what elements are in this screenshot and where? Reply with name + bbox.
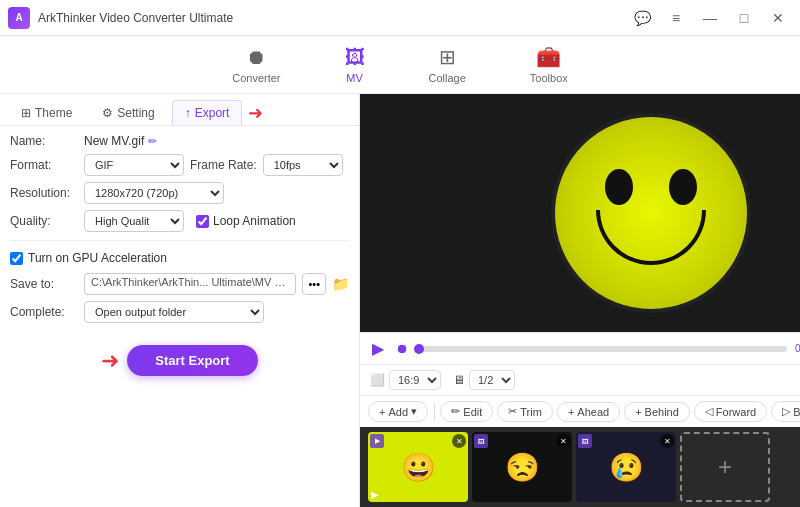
filmstrip-add-button[interactable]: + — [680, 432, 770, 502]
export-form: Name: New MV.gif ✏ Format: GIF MP4 MOV F… — [0, 126, 359, 331]
collage-icon: ⊞ — [439, 45, 456, 69]
save-to-label: Save to: — [10, 277, 78, 291]
filmstrip-item-3[interactable]: 😢 🖼 ✕ — [576, 432, 676, 502]
zoom-select[interactable]: 1/2 1/1 1/4 — [469, 370, 515, 390]
smiley-preview — [551, 113, 751, 313]
gpu-label: Turn on GPU Acceleration — [28, 251, 167, 265]
filmstrip-item-2[interactable]: 😒 🖼 ✕ — [472, 432, 572, 502]
name-value-group: New MV.gif ✏ — [84, 134, 157, 148]
backward-icon: ▷ — [782, 405, 790, 418]
close-button[interactable]: ✕ — [764, 7, 792, 29]
name-row: Name: New MV.gif ✏ — [10, 134, 349, 148]
smiley-left-eye — [605, 169, 633, 205]
behind-icon: + — [635, 406, 641, 418]
top-nav: ⏺ Converter 🖼 MV ⊞ Collage 🧰 Toolbox — [0, 36, 800, 94]
start-export-area: ➜ Start Export — [0, 331, 359, 384]
bottom-toolbar: + Add ▾ ✏ Edit ✂ Trim + Ahead + Behind — [360, 395, 800, 427]
name-value: New MV.gif — [84, 134, 144, 148]
video-controls: ▶ ⏺ 00:00:00.00/00:00:15.00 🔊 — [360, 332, 800, 364]
right-panel: ▶ ⏺ 00:00:00.00/00:00:15.00 🔊 ⬜ 16:9 4:3… — [360, 94, 800, 507]
export-icon: ↑ — [185, 106, 191, 120]
thumb2-close-icon[interactable]: ✕ — [556, 434, 570, 448]
chat-button[interactable]: 💬 — [628, 7, 656, 29]
arrow-indicator: ➜ — [248, 102, 263, 124]
divider — [10, 240, 349, 241]
ahead-icon: + — [568, 406, 574, 418]
trim-button[interactable]: ✂ Trim — [497, 401, 553, 422]
tab-theme-label: Theme — [35, 106, 72, 120]
edit-button[interactable]: ✏ Edit — [440, 401, 493, 422]
left-panel: ⊞ Theme ⚙ Setting ↑ Export ➜ Name: New M… — [0, 94, 360, 507]
browse-path-button[interactable]: ••• — [302, 273, 326, 295]
app-logo: A — [8, 7, 30, 29]
nav-mv[interactable]: 🖼 MV — [333, 42, 377, 88]
tab-export[interactable]: ↑ Export — [172, 100, 243, 125]
quality-label: Quality: — [10, 214, 78, 228]
trim-label: Trim — [520, 406, 542, 418]
add-icon: + — [379, 406, 385, 418]
thumb1-play-indicator: ▶ — [371, 489, 379, 500]
arrow-left-icon: ➜ — [101, 348, 119, 374]
format-label: Format: — [10, 158, 78, 172]
start-export-left-button[interactable]: Start Export — [127, 345, 257, 376]
progress-bar[interactable] — [419, 346, 787, 352]
add-filmstrip-icon: + — [718, 453, 732, 481]
backward-button[interactable]: ▷ Backward — [771, 401, 800, 422]
ahead-button[interactable]: + Ahead — [557, 402, 620, 422]
maximize-button[interactable]: □ — [730, 7, 758, 29]
nav-converter-label: Converter — [232, 72, 280, 84]
nav-collage[interactable]: ⊞ Collage — [417, 41, 478, 88]
thumb3-close-icon[interactable]: ✕ — [660, 434, 674, 448]
edit-icon: ✏ — [451, 405, 460, 418]
forward-label: Forward — [716, 406, 756, 418]
nav-mv-label: MV — [346, 72, 363, 84]
trim-icon: ✂ — [508, 405, 517, 418]
forward-icon: ◁ — [705, 405, 713, 418]
window-controls: 💬 ≡ — □ ✕ — [628, 7, 792, 29]
gpu-checkbox[interactable] — [10, 252, 23, 265]
filmstrip-item-1[interactable]: 😀 ▶ ✕ ▶ — [368, 432, 468, 502]
complete-select[interactable]: Open output folder Do nothing — [84, 301, 264, 323]
play-button[interactable]: ▶ — [370, 339, 386, 358]
add-button[interactable]: + Add ▾ — [368, 401, 428, 422]
ahead-label: Ahead — [577, 406, 609, 418]
converter-icon: ⏺ — [246, 46, 266, 69]
stop-button[interactable]: ⏺ — [394, 341, 411, 356]
thumb1-close-icon[interactable]: ✕ — [452, 434, 466, 448]
quality-row: Quality: High Quality Medium Quality Low… — [10, 210, 349, 232]
aspect-ratio-select[interactable]: 16:9 4:3 1:1 — [389, 370, 441, 390]
nav-converter[interactable]: ⏺ Converter — [220, 42, 292, 88]
time-current: 00:00:00.00 — [795, 343, 800, 354]
quality-select[interactable]: High Quality Medium Quality Low Quality — [84, 210, 184, 232]
resolution-row: Resolution: 1280x720 (720p) 1920x1080 (1… — [10, 182, 349, 204]
loop-checkbox[interactable] — [196, 215, 209, 228]
behind-button[interactable]: + Behind — [624, 402, 690, 422]
frame-rate-select[interactable]: 10fps 24fps 30fps — [263, 154, 343, 176]
resolution-select[interactable]: 1280x720 (720p) 1920x1080 (1080p) 640x48… — [84, 182, 224, 204]
complete-row: Complete: Open output folder Do nothing — [10, 301, 349, 323]
monitor-icon: 🖥 — [453, 373, 465, 387]
save-to-row: Save to: C:\ArkThinker\ArkThin... Ultima… — [10, 273, 349, 295]
preview-area — [360, 94, 800, 332]
aspect-ratio-group: ⬜ 16:9 4:3 1:1 🖥 1/2 1/1 1/4 — [370, 370, 515, 390]
forward-button[interactable]: ◁ Forward — [694, 401, 767, 422]
resolution-label: Resolution: — [10, 186, 78, 200]
open-folder-button[interactable]: 📁 — [332, 276, 349, 292]
progress-dot — [414, 344, 424, 354]
minimize-button[interactable]: — — [696, 7, 724, 29]
save-path: C:\ArkThinker\ArkThin... Ultimate\MV Exp… — [84, 273, 296, 295]
loop-checkbox-group: Loop Animation — [196, 214, 296, 228]
format-select[interactable]: GIF MP4 MOV — [84, 154, 184, 176]
nav-toolbox[interactable]: 🧰 Toolbox — [518, 41, 580, 88]
main-layout: ⊞ Theme ⚙ Setting ↑ Export ➜ Name: New M… — [0, 94, 800, 507]
tab-theme[interactable]: ⊞ Theme — [8, 100, 85, 125]
add-label: Add — [388, 406, 408, 418]
complete-label: Complete: — [10, 305, 78, 319]
tab-setting[interactable]: ⚙ Setting — [89, 100, 167, 125]
menu-button[interactable]: ≡ — [662, 7, 690, 29]
theme-icon: ⊞ — [21, 106, 31, 120]
edit-name-icon[interactable]: ✏ — [148, 135, 157, 148]
toolbox-icon: 🧰 — [536, 45, 561, 69]
title-bar: A ArkThinker Video Converter Ultimate 💬 … — [0, 0, 800, 36]
loop-label: Loop Animation — [213, 214, 296, 228]
